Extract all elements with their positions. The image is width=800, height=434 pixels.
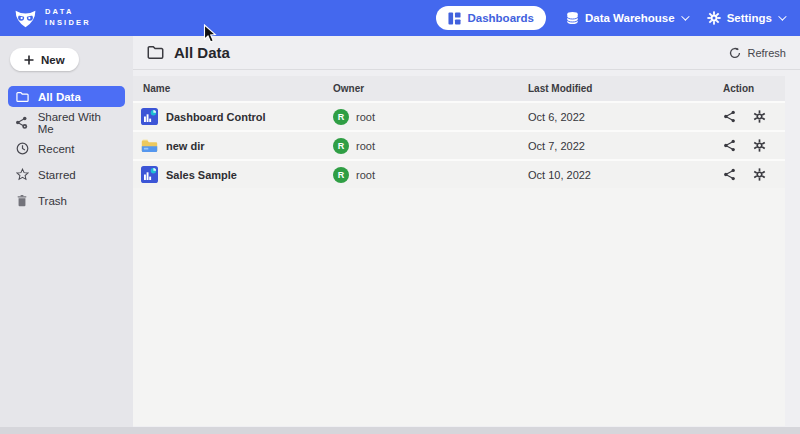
window-bottom-strip [0, 427, 800, 434]
sidebar-item-recent[interactable]: Recent [8, 138, 125, 159]
file-table-card: Name Owner Last Modified Action [133, 76, 785, 426]
sidebar-item-label: All Data [38, 91, 81, 103]
sidebar-item-label: Starred [38, 169, 76, 181]
owner-avatar: R [333, 167, 349, 183]
logo-text: DATA INSIDER [45, 7, 91, 29]
last-modified-date: Oct 7, 2022 [528, 140, 723, 152]
gear-icon[interactable] [753, 168, 766, 181]
clock-icon [15, 142, 29, 155]
dashboards-button[interactable]: Dashboards [436, 6, 545, 30]
dashboard-file-icon [141, 108, 158, 125]
gear-icon[interactable] [753, 139, 766, 152]
file-name[interactable]: Sales Sample [166, 169, 237, 181]
owner-avatar: R [333, 109, 349, 125]
owner-name: root [356, 111, 375, 123]
sidebar-item-label: Recent [38, 143, 74, 155]
refresh-button[interactable]: Refresh [729, 47, 786, 59]
new-button[interactable]: New [10, 48, 79, 71]
trash-icon [15, 194, 29, 207]
column-header-owner: Owner [333, 83, 528, 94]
column-header-name: Name [133, 83, 333, 94]
share-icon[interactable] [723, 139, 736, 152]
sidebar-item-label: Shared With Me [38, 111, 118, 135]
data-warehouse-label: Data Warehouse [585, 12, 675, 24]
dashboard-file-icon [141, 166, 158, 183]
folder-file-icon [141, 138, 158, 154]
share-icon[interactable] [723, 110, 736, 123]
refresh-icon [729, 47, 741, 59]
top-navigation-bar: DATA INSIDER Dashboards [0, 0, 800, 36]
chevron-down-icon [681, 12, 689, 20]
file-name[interactable]: Dashboard Control [166, 111, 266, 123]
table-header-row: Name Owner Last Modified Action [133, 76, 785, 101]
settings-label: Settings [727, 12, 772, 24]
sidebar-item-label: Trash [38, 195, 67, 207]
last-modified-date: Oct 10, 2022 [528, 169, 723, 181]
main-content: All Data Refresh Name Owner Last Modifie… [133, 36, 800, 434]
dashboards-label: Dashboards [467, 12, 533, 24]
refresh-label: Refresh [747, 47, 786, 59]
file-name[interactable]: new dir [166, 140, 205, 152]
owner-avatar: R [333, 138, 349, 154]
gear-icon[interactable] [753, 110, 766, 123]
owner-name: root [356, 140, 375, 152]
app-logo: DATA INSIDER [13, 6, 91, 31]
share-person-icon [15, 116, 29, 129]
last-modified-date: Oct 6, 2022 [528, 111, 723, 123]
sidebar-item-trash[interactable]: Trash [8, 190, 125, 211]
database-icon [566, 11, 579, 25]
data-warehouse-menu[interactable]: Data Warehouse [566, 11, 687, 25]
column-header-action: Action [723, 83, 785, 94]
owner-name: root [356, 169, 375, 181]
share-icon[interactable] [723, 168, 736, 181]
topnav: Dashboards Data Warehouse [436, 6, 784, 30]
gear-icon [707, 11, 721, 25]
folder-title-icon [147, 45, 164, 60]
star-icon [15, 168, 29, 181]
sidebar: New All Data Shar [0, 36, 133, 434]
table-row[interactable]: new dir R root Oct 7, 2022 [133, 130, 785, 159]
plus-icon [24, 55, 34, 65]
owl-logo-icon [13, 6, 38, 31]
table-row[interactable]: Dashboard Control R root Oct 6, 2022 [133, 101, 785, 130]
page-header: All Data Refresh [133, 36, 800, 70]
dashboard-grid-icon [448, 12, 461, 25]
table-row[interactable]: Sales Sample R root Oct 10, 2022 [133, 159, 785, 188]
sidebar-item-all-data[interactable]: All Data [8, 86, 125, 107]
new-button-label: New [41, 54, 65, 66]
sidebar-item-starred[interactable]: Starred [8, 164, 125, 185]
settings-menu[interactable]: Settings [707, 11, 784, 25]
sidebar-item-shared-with-me[interactable]: Shared With Me [8, 112, 125, 133]
page-title: All Data [174, 44, 230, 61]
column-header-last-modified: Last Modified [528, 83, 723, 94]
folder-icon [15, 91, 29, 103]
chevron-down-icon [778, 12, 786, 20]
